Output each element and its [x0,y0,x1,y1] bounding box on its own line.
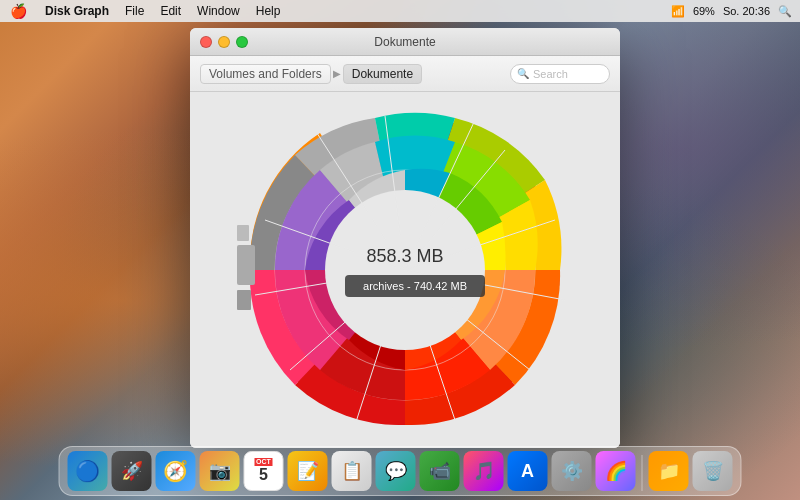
close-button[interactable] [200,36,212,48]
dock-launchpad[interactable]: 🚀 [112,451,152,491]
window-titlebar: Dokumente [190,28,620,56]
minimize-button[interactable] [218,36,230,48]
window-title: Dokumente [374,35,435,49]
breadcrumb-dokumente[interactable]: Dokumente [343,64,422,84]
chart-area: 858.3 MB archives - 740.42 MB [190,92,620,448]
dock-messages[interactable]: 💬 [376,451,416,491]
dock-calendar[interactable]: OCT 5 [244,451,284,491]
dock-systemprefs[interactable]: ⚙️ [552,451,592,491]
side-bar-3 [237,290,251,310]
dock-notes[interactable]: 📝 [288,451,328,491]
dock-safari[interactable]: 🧭 [156,451,196,491]
search-icon: 🔍 [517,68,529,79]
dock-files[interactable]: 📁 [649,451,689,491]
window-controls [190,36,248,48]
app-window: Dokumente Volumes and Folders ▶ Dokument… [190,28,620,448]
dock-appstore[interactable]: A [508,451,548,491]
total-size-label: 858.3 MB [366,246,443,266]
maximize-button[interactable] [236,36,248,48]
window-toolbar: Volumes and Folders ▶ Dokumente 🔍 Search [190,56,620,92]
search-box[interactable]: 🔍 Search [510,64,610,84]
dock-photos[interactable]: 📷 [200,451,240,491]
clock: So. 20:36 [723,5,770,17]
dock-reminders[interactable]: 📋 [332,451,372,491]
dock-diskgraph[interactable]: 🌈 [596,451,636,491]
breadcrumb-volumes[interactable]: Volumes and Folders [200,64,331,84]
breadcrumb-separator: ▶ [333,68,341,79]
wifi-icon[interactable]: 📶 [671,5,685,18]
menubar-right: 📶 69% So. 20:36 🔍 [671,5,800,18]
side-bar-2 [237,225,249,241]
help-menu[interactable]: Help [248,4,289,18]
battery-indicator: 69% [693,5,715,17]
file-menu[interactable]: File [117,4,152,18]
search-placeholder: Search [533,68,568,80]
dock-divider [642,455,643,491]
breadcrumb: Volumes and Folders ▶ Dokumente [200,64,504,84]
dock-trash[interactable]: 🗑️ [693,451,733,491]
app-name-menu[interactable]: Disk Graph [37,4,117,18]
disk-graph-svg[interactable]: 858.3 MB archives - 740.42 MB [235,100,575,440]
window-menu[interactable]: Window [189,4,248,18]
menubar: 🍎 Disk Graph File Edit Window Help 📶 69%… [0,0,800,22]
dock: 🔵 🚀 🧭 📷 OCT 5 📝 📋 💬 📹 🎵 A ⚙️ [59,446,742,496]
dock-finder[interactable]: 🔵 [68,451,108,491]
dock-itunes[interactable]: 🎵 [464,451,504,491]
edit-menu[interactable]: Edit [152,4,189,18]
side-bar-1 [237,245,255,285]
search-menubar-icon[interactable]: 🔍 [778,5,792,18]
tooltip-text: archives - 740.42 MB [363,280,467,292]
dock-facetime[interactable]: 📹 [420,451,460,491]
apple-menu[interactable]: 🍎 [0,3,37,19]
